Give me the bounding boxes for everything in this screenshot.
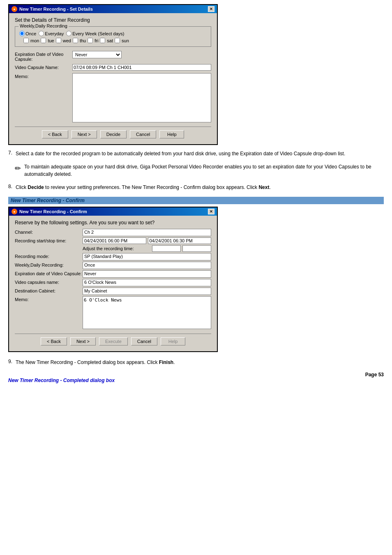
mon-checkbox[interactable] <box>23 38 29 43</box>
pencil-icon: ✏ <box>15 164 21 173</box>
sat-label: sat <box>107 38 113 43</box>
weekly-daily-group: Weekly,Daily Recording Once Everyday Eve… <box>15 26 211 47</box>
step8-bold1: Decide <box>28 184 44 190</box>
confirm-next-button[interactable]: Next > <box>70 337 96 345</box>
confirm-section-bar: New Timer Recording - Confirm <box>8 197 384 204</box>
sat-checkbox[interactable] <box>100 38 105 43</box>
confirm-dialog-title: New Timer Recording - Confirm <box>19 209 87 214</box>
capsules-name-field: Video capsules name: 6 O'Clock News <box>15 279 211 286</box>
dialog-subtitle: Set the Details of Timer Recording <box>15 17 211 23</box>
memo-row: Memo: <box>15 73 211 123</box>
memo-value <box>72 73 211 123</box>
memo-textarea[interactable] <box>72 73 211 122</box>
cancel-button[interactable]: Cancel <box>130 130 156 138</box>
confirm-memo-textarea[interactable]: 6 O'Clock News <box>83 296 211 329</box>
destination-cabinet-label: Destination Cabinet: <box>15 288 83 293</box>
capsule-name-value <box>72 64 211 71</box>
confirm-titlebar-left: ● New Timer Recording - Confirm <box>12 209 87 214</box>
destination-cabinet-value: My Cabinet <box>83 288 211 295</box>
step9-bold: Finish <box>159 359 173 365</box>
adjust-row: Adjust the recording time: <box>83 245 211 252</box>
step8-text2: to review your setting preferences. The … <box>44 184 259 190</box>
frequency-radio-row: Once Everyday Every Week (Select days) <box>19 31 207 36</box>
confirm-section-heading: New Timer Recording - Confirm <box>11 198 85 203</box>
page-number: Page 53 <box>8 372 384 378</box>
group-title: Weekly,Daily Recording <box>18 23 69 28</box>
recording-mode-label: Recording mode: <box>15 253 83 259</box>
weekly-daily-label: Weekly,Daily Recording: <box>15 262 83 267</box>
capsules-name-value: 6 O'Clock News <box>83 279 211 286</box>
dialog-icon: ● <box>12 6 17 12</box>
everyday-label: Everyday <box>45 31 64 36</box>
thu-label: thu <box>80 38 86 43</box>
expiration-select[interactable]: Never <box>72 51 122 58</box>
recording-stop: 04/24/2001 06:30 PM <box>148 237 212 244</box>
step9-item: 9. The New Timer Recording - Completed d… <box>8 359 384 366</box>
step8-text: Click Decide to review your setting pref… <box>16 184 271 191</box>
once-label: Once <box>25 31 36 36</box>
once-radio[interactable] <box>19 31 25 36</box>
everyday-radio[interactable] <box>39 31 44 36</box>
confirm-dialog-body: Reserve by the following settings. Are y… <box>9 216 217 351</box>
once-radio-label[interactable]: Once <box>19 31 36 36</box>
titlebar-left: ● New Timer Recording - Set Details <box>12 6 93 12</box>
note-text: To maintain adequate space on your hard … <box>24 163 384 178</box>
capsule-name-row: Video Capsule Name: <box>15 64 211 71</box>
recording-mode-value: SP (Standard Play) <box>83 253 211 260</box>
step8-text1: Click <box>16 184 28 190</box>
capsules-name-label: Video capsules name: <box>15 279 83 285</box>
destination-cabinet-field: Destination Cabinet: My Cabinet <box>15 288 211 295</box>
dialog1-button-row: < Back Next > Decide Cancel Help <box>15 127 211 140</box>
recording-time-field: Recording start/stop time: 04/24/2001 06… <box>15 237 211 244</box>
tue-checkbox[interactable] <box>41 38 46 43</box>
recording-time-label: Recording start/stop time: <box>15 237 83 243</box>
step9-text2: . <box>173 359 175 365</box>
confirm-cancel-button[interactable]: Cancel <box>131 337 157 345</box>
bottom-section-heading: New Timer Recording - Completed dialog b… <box>8 378 384 383</box>
step8-text3: . <box>269 184 270 190</box>
adjust-box-1 <box>152 245 181 252</box>
days-checkbox-row: mon tue wed thu fri sat sun <box>19 38 207 43</box>
recording-time-values: 04/24/2001 06:00 PM 04/24/2001 06:30 PM <box>83 237 211 244</box>
bottom-heading-text: New Timer Recording - Completed dialog b… <box>8 378 115 383</box>
capsule-name-label: Video Capsule Name: <box>15 64 72 70</box>
recording-start: 04/24/2001 06:00 PM <box>83 237 146 244</box>
everyweek-radio-label[interactable]: Every Week (Select days) <box>66 31 124 36</box>
everyday-radio-label[interactable]: Everyday <box>39 31 64 36</box>
confirm-memo-field: Memo: 6 O'Clock News <box>15 296 211 330</box>
back-button[interactable]: < Back <box>42 130 68 138</box>
close-button[interactable]: ✕ <box>208 6 214 12</box>
recording-mode-field: Recording mode: SP (Standard Play) <box>15 253 211 260</box>
everyweek-radio[interactable] <box>66 31 71 36</box>
next-button[interactable]: Next > <box>71 130 97 138</box>
step8-number: 8. <box>8 184 12 191</box>
wed-checkbox[interactable] <box>56 38 61 43</box>
step7-number: 7. <box>8 150 12 157</box>
wed-label: wed <box>63 38 71 43</box>
step7-item: 7. Select a date for the recorded progra… <box>8 150 384 157</box>
thu-checkbox[interactable] <box>73 38 78 43</box>
channel-field: Channel: Ch 2 <box>15 229 211 236</box>
confirm-back-button[interactable]: < Back <box>41 337 67 345</box>
confirm-dialog-icon: ● <box>12 209 17 214</box>
expiration-row: Expiration Date of Video Capsule: Never <box>15 51 211 62</box>
confirm-titlebar: ● New Timer Recording - Confirm ✕ <box>9 207 217 216</box>
step9-number: 9. <box>8 359 12 366</box>
confirm-subtitle: Reserve by the following settings. Are y… <box>15 220 211 226</box>
help-button[interactable]: Help <box>159 130 184 138</box>
everyweek-label: Every Week (Select days) <box>72 31 124 36</box>
decide-button[interactable]: Decide <box>100 130 127 138</box>
expiration-date-label: Expiration date of Video Capsule: <box>15 270 83 276</box>
note-block: ✏ To maintain adequate space on your har… <box>15 163 384 178</box>
capsule-name-input[interactable] <box>72 64 211 71</box>
execute-button[interactable]: Execute <box>99 337 128 345</box>
sun-checkbox[interactable] <box>115 38 120 43</box>
confirm-close-button[interactable]: ✕ <box>208 209 214 214</box>
confirm-help-button[interactable]: Help <box>161 337 185 345</box>
set-details-titlebar: ● New Timer Recording - Set Details ✕ <box>9 5 217 13</box>
fri-checkbox[interactable] <box>88 38 93 43</box>
step8-bold2: Next <box>258 184 269 190</box>
expiration-date-field: Expiration date of Video Capsule: Never <box>15 270 211 278</box>
step9-text: The New Timer Recording - Completed dial… <box>16 359 175 366</box>
confirm-memo-container: 6 O'Clock News <box>83 296 211 330</box>
